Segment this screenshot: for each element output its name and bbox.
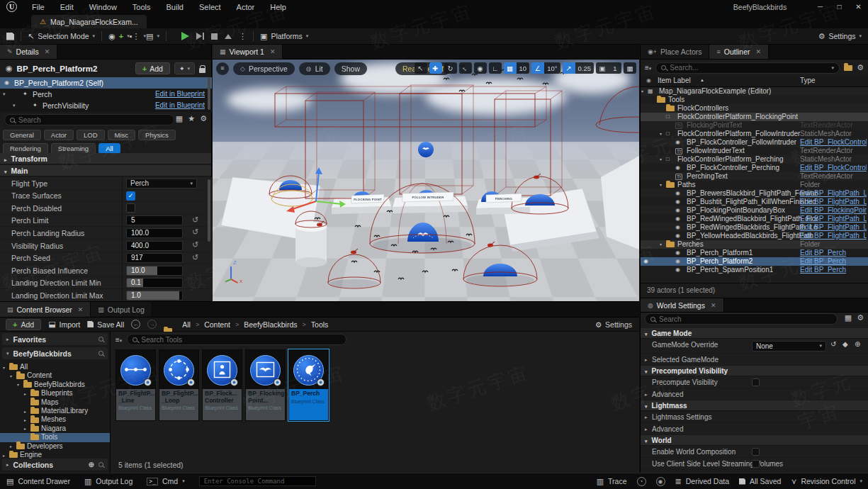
insights-icon[interactable]: ◔ — [637, 477, 646, 486]
minimize-button[interactable]: ─ — [811, 0, 830, 14]
outliner-row[interactable]: ◉BP_Perch_Platform1Edit BP_Perch — [641, 249, 868, 257]
filter-chip-rendering[interactable]: Rendering — [3, 143, 48, 154]
outliner-row[interactable]: ◉BP_BrewersBlackbird_FlightPath_ForwardA… — [641, 189, 868, 198]
edit-blueprint-link[interactable]: Edit BP_FlightPath_Li — [800, 215, 867, 223]
edit-blueprint-link[interactable]: Edit BP_Perch — [800, 257, 867, 266]
property-input[interactable]: 400.0 — [126, 241, 183, 251]
gamemode-override-dropdown[interactable]: None▾ — [752, 341, 826, 352]
import-button[interactable]: ⬓Import — [48, 320, 80, 329]
selection-mode-dropdown[interactable]: ↖ Selection Mode▾ — [28, 32, 95, 41]
blueprint-edit-dropdown[interactable]: ✦▾ — [174, 62, 195, 74]
rotate-tool-icon[interactable]: ↻ — [444, 62, 457, 74]
folder-tree-item-blueprints[interactable]: ▸Blueprints — [0, 389, 110, 398]
outliner-row[interactable]: ▾□FlockControllerPlatform_FollowIntruder… — [641, 130, 868, 138]
component-row[interactable]: ◉BP_Perch_Platform2 (Self) — [0, 77, 212, 89]
content-browser-settings[interactable]: ⚙Settings — [595, 317, 632, 332]
new-folder-icon[interactable] — [844, 65, 852, 71]
details-scrollbar[interactable] — [208, 179, 210, 242]
edit-blueprint-link[interactable]: Edit BP_FlightPath_Lo — [800, 232, 867, 240]
outliner-row[interactable]: TtFollowIntruderTextTextRenderActor — [641, 147, 868, 155]
close-icon[interactable]: ✕ — [711, 302, 716, 309]
details-settings-icon[interactable]: ⚙ — [200, 114, 207, 123]
trace-button[interactable]: ▥Trace — [597, 477, 627, 486]
search-icon[interactable] — [98, 351, 103, 356]
folder-tree-item-all[interactable]: ▾All — [0, 363, 110, 371]
component-row[interactable]: ▾✦PerchVisibilityEdit in Blueprint — [0, 100, 212, 111]
output-log-button[interactable]: ▥Output Log — [84, 477, 133, 486]
sources-header[interactable]: ▾BeefyBlackbirds — [2, 347, 108, 359]
add-new-icon[interactable]: ⊕ — [855, 340, 860, 348]
play-button[interactable] — [181, 32, 189, 40]
surface-snap-icon[interactable]: ∟ — [489, 62, 502, 74]
asset-tile-1[interactable]: BP_FlightP... _LineBlueprint Class — [115, 349, 156, 421]
outliner-row[interactable]: ◉BP_Perch_SpawnPosition1Edit BP_Perch — [641, 266, 868, 274]
outliner-column-header[interactable]: ◉ Item Label ▲ Type — [641, 76, 868, 87]
close-button[interactable]: ✕ — [849, 0, 868, 14]
camera-speed-value[interactable]: 1 — [609, 62, 621, 74]
settings-checkbox[interactable] — [752, 460, 760, 468]
tab-output-log[interactable]: ▥ Output Log — [91, 302, 152, 317]
outliner-row[interactable]: ◉BP_Bushtit_FlightPath_KillWhenFinishedE… — [641, 198, 868, 206]
section-precomputed-visibility[interactable]: ▾Precomputed Visibility — [641, 366, 868, 376]
breadcrumb-tools[interactable]: Tools — [311, 320, 329, 329]
search-icon[interactable] — [98, 462, 103, 467]
reset-to-default-icon[interactable]: ↺ — [192, 227, 198, 237]
outliner-row[interactable]: FlockControllers — [641, 104, 868, 113]
close-icon[interactable]: ✕ — [756, 48, 762, 55]
perspective-dropdown[interactable]: ◇Perspective — [233, 62, 295, 75]
edit-blueprint-link[interactable]: Edit BP_FlightPath_Li — [800, 189, 867, 198]
filter-chip-all[interactable]: All — [98, 143, 120, 154]
stop-button[interactable] — [211, 33, 218, 40]
filter-chip-lod[interactable]: LOD — [77, 130, 105, 140]
menu-window[interactable]: Window — [81, 0, 125, 14]
move-tool-icon[interactable]: ✚ — [429, 62, 442, 74]
settings-checkbox[interactable] — [752, 378, 760, 386]
section-game-mode[interactable]: ▾Game Mode — [641, 328, 868, 339]
breadcrumb-content[interactable]: Content — [204, 320, 230, 329]
back-icon[interactable]: ← — [131, 320, 140, 329]
tab-content-browser[interactable]: ▤ Content Browser✕ — [0, 302, 91, 317]
eye-icon[interactable]: ◉ — [646, 77, 651, 84]
cinematics-button[interactable]: ▤▾ — [146, 32, 159, 41]
expander-icon[interactable]: ▸ — [645, 427, 648, 432]
select-tool-icon[interactable]: ↖ — [415, 62, 427, 74]
property-input[interactable]: 100.0 — [126, 228, 183, 238]
cmd-dropdown[interactable]: >_Cmd▾ — [147, 477, 184, 485]
content-drawer-button[interactable]: ▤Content Drawer — [6, 477, 70, 486]
menu-build[interactable]: Build — [159, 0, 191, 14]
tab-place-actors[interactable]: ◉+ Place Actors — [641, 45, 709, 59]
skip-button[interactable] — [196, 33, 204, 40]
folder-tree-item-content[interactable]: ▾Content — [0, 371, 110, 380]
expander-icon[interactable]: ▸ — [645, 392, 648, 398]
folder-tree-item-maps[interactable]: Maps — [0, 398, 110, 407]
outliner-row[interactable]: ▾PerchesFolder — [641, 240, 868, 249]
add-button[interactable]: +Add — [6, 319, 41, 330]
outliner-row[interactable]: ◉BP_RedWingedBlackbirds_FlightPath_Loop_… — [641, 223, 868, 232]
close-icon[interactable]: ✕ — [270, 48, 276, 55]
browse-icon[interactable]: ◆ — [842, 340, 848, 348]
outliner-row[interactable]: ▾▦Map_NiagaraFlockExample (Editor) — [641, 87, 868, 96]
use-asset-icon[interactable]: ↺ — [830, 340, 836, 348]
derived-data-button[interactable]: ≣Derived Data — [675, 477, 730, 486]
property-input[interactable]: 5 — [126, 215, 183, 225]
eject-button[interactable] — [225, 34, 232, 39]
asset-search-input[interactable]: Search Tools — [127, 334, 346, 345]
filter-chip-actor[interactable]: Actor — [44, 130, 74, 140]
grid-snap-value[interactable]: 10 — [517, 62, 530, 74]
property-dropdown[interactable]: Perch▾ — [126, 179, 197, 189]
tab-details[interactable]: ✎ Details✕ — [0, 45, 57, 59]
edit-blueprint-link[interactable]: Edit BP_FlockingPoin — [800, 206, 867, 215]
all-saved-button[interactable]: All Saved — [739, 477, 781, 485]
tab-world-settings[interactable]: ◍ World Settings✕ — [641, 298, 724, 312]
revision-control-button[interactable]: ⋎Revision Control▾ — [791, 477, 862, 486]
maximize-button[interactable]: □ — [830, 0, 849, 14]
close-icon[interactable]: ✕ — [78, 306, 84, 313]
folder-tree-item-developers[interactable]: ▸Developers — [0, 442, 110, 451]
asset-filter-icon[interactable]: ≡▾ — [115, 336, 122, 344]
forward-icon[interactable]: → — [147, 320, 157, 329]
section-lightmass[interactable]: ▾Lightmass — [641, 400, 868, 411]
add-collection-icon[interactable]: ⊕ — [89, 461, 94, 468]
save-all-button[interactable]: Save All — [87, 320, 124, 329]
property-slider[interactable]: 10.0 — [126, 266, 183, 276]
filter-chip-misc[interactable]: Misc — [108, 130, 136, 140]
